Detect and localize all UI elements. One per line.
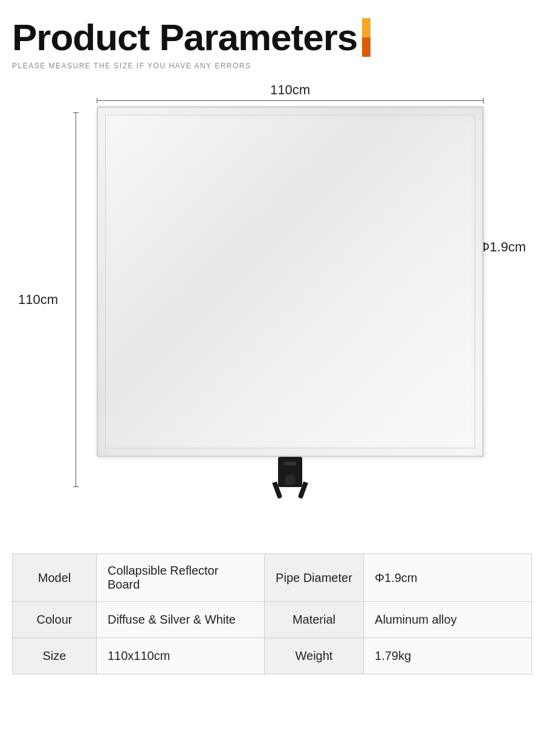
dimension-height-left: 110cm <box>18 112 58 487</box>
table-row: Colour Diffuse & Silver & White Material… <box>13 602 532 638</box>
dimension-height-left-line <box>76 112 76 487</box>
cell-label-0-1: Model <box>13 554 97 602</box>
page-wrapper: Product Parameters PLEASE MEASURE THE SI… <box>0 0 544 756</box>
dim-height-label: 110cm <box>18 292 58 308</box>
cell-value-0-2: Φ1.9cm <box>364 554 532 602</box>
header-section: Product Parameters PLEASE MEASURE THE SI… <box>12 18 532 70</box>
table-row: Size 110x110cm Weight 1.79kg <box>13 638 532 674</box>
cell-label-1-2: Material <box>264 602 363 638</box>
dimension-width-top: 110cm <box>97 82 484 101</box>
dim-width-line <box>97 100 484 101</box>
table-row: Model Collapsible Reflector Board Pipe D… <box>13 554 532 602</box>
stand-area <box>278 457 302 487</box>
specs-table: Model Collapsible Reflector Board Pipe D… <box>12 554 532 674</box>
dim-pipe-label: Φ1.9cm <box>479 239 526 254</box>
title-row: Product Parameters <box>12 18 532 57</box>
dim-width-label: 110cm <box>270 82 310 98</box>
stand-clamp <box>278 457 302 487</box>
stand-leg-right <box>298 482 308 499</box>
reflector-board <box>97 106 484 457</box>
product-image-area <box>97 106 484 487</box>
cell-value-2-1: 110x110cm <box>96 638 264 674</box>
title-accent-bar <box>362 18 371 57</box>
cell-value-1-1: Diffuse & Silver & White <box>96 602 264 638</box>
cell-label-2-1: Size <box>13 638 97 674</box>
subtitle: PLEASE MEASURE THE SIZE IF YOU HAVE ANY … <box>12 62 532 70</box>
cell-value-2-2: 1.79kg <box>364 638 532 674</box>
cell-value-0-1: Collapsible Reflector Board <box>96 554 264 602</box>
diagram-section: 110cm 110cm Φ1.9cm <box>12 82 532 535</box>
page-title: Product Parameters <box>12 19 357 56</box>
stand-leg-left <box>272 482 282 499</box>
cell-value-1-2: Aluminum alloy <box>364 602 532 638</box>
dim-height-line <box>76 112 76 487</box>
dimension-pipe-right: Φ1.9cm <box>479 239 526 255</box>
cell-label-2-2: Weight <box>264 638 363 674</box>
cell-label-0-2: Pipe Diameter <box>264 554 363 602</box>
cell-label-1-1: Colour <box>13 602 97 638</box>
